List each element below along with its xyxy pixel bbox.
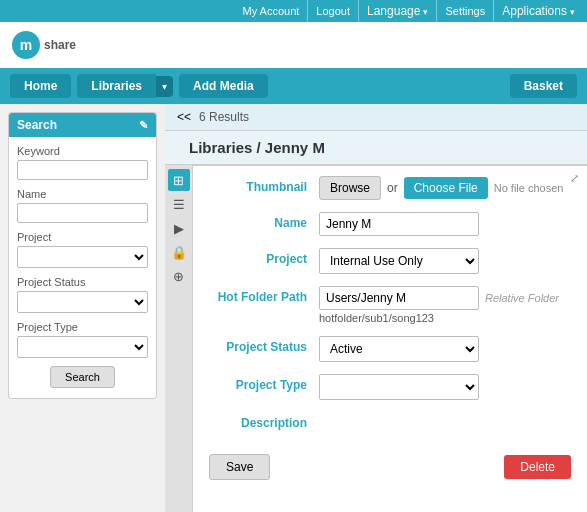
hot-folder-top: Relative Folder bbox=[319, 286, 571, 310]
project-type-field-label: Project Type bbox=[209, 374, 319, 392]
main-nav: Home Libraries ▾ Add Media Basket bbox=[0, 68, 587, 104]
expand-icon[interactable]: ⤢ bbox=[570, 172, 579, 185]
settings-link[interactable]: Settings bbox=[437, 0, 494, 22]
results-count: 6 Results bbox=[199, 110, 249, 124]
search-edit-icon[interactable]: ✎ bbox=[139, 119, 148, 132]
language-dropdown-arrow: ▾ bbox=[423, 7, 428, 17]
back-arrow[interactable]: << bbox=[177, 110, 191, 124]
search-panel: Search ✎ Keyword Name Project bbox=[8, 112, 157, 399]
logo-bar: m share bbox=[0, 22, 587, 68]
keyword-label: Keyword bbox=[17, 145, 148, 157]
project-type-field-select[interactable] bbox=[319, 374, 479, 400]
libraries-dropdown-arrow[interactable]: ▾ bbox=[156, 76, 173, 97]
project-type-group: Project Type bbox=[17, 321, 148, 358]
keyword-group: Keyword bbox=[17, 145, 148, 180]
search-panel-title: Search bbox=[17, 118, 57, 132]
save-button[interactable]: Save bbox=[209, 454, 270, 480]
home-button[interactable]: Home bbox=[10, 74, 71, 98]
name-label: Name bbox=[17, 188, 148, 200]
add-icon[interactable]: ⊕ bbox=[168, 265, 190, 287]
search-panel-body: Keyword Name Project Project Status bbox=[9, 137, 156, 398]
grid-view-icon[interactable]: ⊞ bbox=[168, 169, 190, 191]
logo: m share bbox=[12, 31, 76, 59]
logo-text: share bbox=[44, 38, 76, 52]
name-field-content bbox=[319, 212, 571, 236]
logout-link[interactable]: Logout bbox=[308, 0, 359, 22]
project-select[interactable] bbox=[17, 246, 148, 268]
search-panel-header: Search ✎ bbox=[9, 113, 156, 137]
left-sidebar: Search ✎ Keyword Name Project bbox=[0, 104, 165, 512]
thumbnail-controls: Browse or Choose File No file chosen bbox=[319, 176, 571, 200]
project-field-label: Project bbox=[209, 248, 319, 266]
logo-icon: m bbox=[12, 31, 40, 59]
top-nav: My Account Logout Language ▾ Settings Ap… bbox=[0, 0, 587, 22]
name-field[interactable] bbox=[319, 212, 479, 236]
no-file-text: No file chosen bbox=[494, 182, 564, 194]
applications-link[interactable]: Applications ▾ bbox=[494, 0, 583, 23]
project-status-field-label: Project Status bbox=[209, 336, 319, 354]
folder-icon[interactable]: ▶ bbox=[168, 217, 190, 239]
name-input[interactable] bbox=[17, 203, 148, 223]
icon-sidebar: ⊞ ☰ ▶ 🔒 ⊕ bbox=[165, 165, 193, 512]
or-text: or bbox=[387, 181, 398, 195]
project-type-label: Project Type bbox=[17, 321, 148, 333]
thumbnail-row: Thumbnail Browse or Choose File No file … bbox=[209, 176, 571, 200]
project-type-content bbox=[319, 374, 571, 400]
project-type-row: Project Type bbox=[209, 374, 571, 400]
project-status-label: Project Status bbox=[17, 276, 148, 288]
project-field-content: Internal Use Only bbox=[319, 248, 571, 274]
list-view-icon[interactable]: ☰ bbox=[168, 193, 190, 215]
project-label: Project bbox=[17, 231, 148, 243]
keyword-input[interactable] bbox=[17, 160, 148, 180]
libraries-dropdown: Libraries ▾ bbox=[77, 74, 173, 98]
hot-folder-row: Hot Folder Path Relative Folder hotfolde… bbox=[209, 286, 571, 324]
main-panel: << 6 Results Libraries / Jenny M ⊞ ☰ ▶ 🔒… bbox=[165, 104, 587, 512]
project-type-select[interactable] bbox=[17, 336, 148, 358]
search-button[interactable]: Search bbox=[50, 366, 115, 388]
basket-button[interactable]: Basket bbox=[510, 74, 577, 98]
project-status-field-select[interactable]: Active bbox=[319, 336, 479, 362]
my-account-link[interactable]: My Account bbox=[235, 0, 309, 22]
hot-folder-label: Hot Folder Path bbox=[209, 286, 319, 304]
page-title: Libraries / Jenny M bbox=[165, 131, 587, 165]
sub-path-text: hotfolder/sub1/song123 bbox=[319, 312, 571, 324]
project-field-select[interactable]: Internal Use Only bbox=[319, 248, 479, 274]
project-status-content: Active bbox=[319, 336, 571, 362]
content-area: Search ✎ Keyword Name Project bbox=[0, 104, 587, 512]
name-field-label: Name bbox=[209, 212, 319, 230]
name-row: Name bbox=[209, 212, 571, 236]
browse-button[interactable]: Browse bbox=[319, 176, 381, 200]
choose-file-button[interactable]: Choose File bbox=[404, 177, 488, 199]
hot-folder-content: Relative Folder hotfolder/sub1/song123 bbox=[319, 286, 571, 324]
project-status-select[interactable] bbox=[17, 291, 148, 313]
description-label: Description bbox=[209, 412, 319, 430]
libraries-button[interactable]: Libraries bbox=[77, 74, 156, 98]
hot-folder-input[interactable] bbox=[319, 286, 479, 310]
add-media-button[interactable]: Add Media bbox=[179, 74, 268, 98]
language-link[interactable]: Language ▾ bbox=[359, 0, 437, 23]
project-row: Project Internal Use Only bbox=[209, 248, 571, 274]
lock-icon[interactable]: 🔒 bbox=[168, 241, 190, 263]
thumbnail-label: Thumbnail bbox=[209, 176, 319, 194]
applications-dropdown-arrow: ▾ bbox=[570, 7, 575, 17]
project-group: Project bbox=[17, 231, 148, 268]
description-row: Description bbox=[209, 412, 571, 430]
content-body: ⊞ ☰ ▶ 🔒 ⊕ ⤢ Thumbnail Browse or Choose F… bbox=[165, 165, 587, 512]
project-status-row: Project Status Active bbox=[209, 336, 571, 362]
form-actions: Save Delete bbox=[209, 446, 571, 480]
form-area: ⤢ Thumbnail Browse or Choose File No fil… bbox=[193, 165, 587, 512]
name-group: Name bbox=[17, 188, 148, 223]
breadcrumb-bar: << 6 Results bbox=[165, 104, 587, 131]
delete-button[interactable]: Delete bbox=[504, 455, 571, 479]
relative-folder-text: Relative Folder bbox=[485, 292, 559, 304]
project-status-group: Project Status bbox=[17, 276, 148, 313]
